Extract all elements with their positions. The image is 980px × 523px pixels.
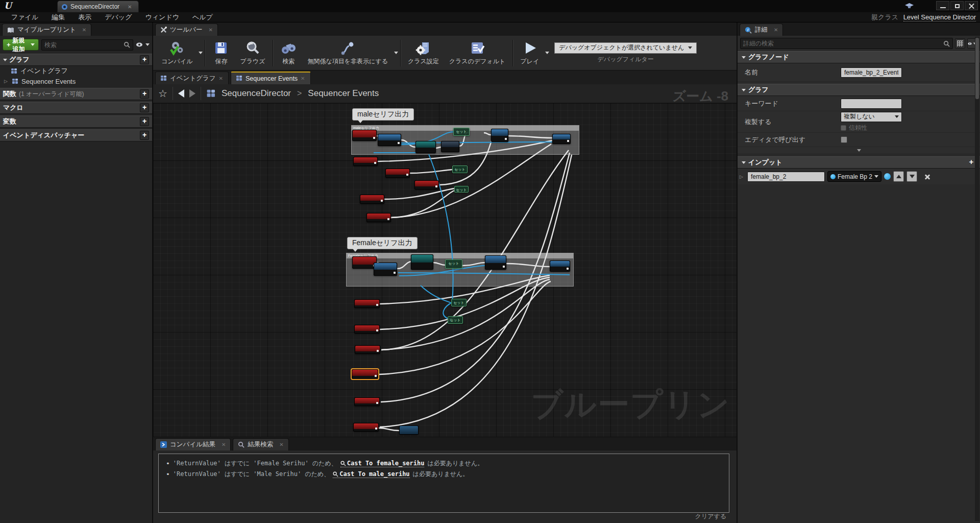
- tab-compiler-results[interactable]: コンパイル結果✕: [155, 438, 231, 450]
- restore-button[interactable]: [950, 1, 964, 10]
- details-scrollbar[interactable]: [975, 37, 979, 521]
- comment-bubble-label[interactable]: maleセリフ出力: [352, 108, 414, 121]
- toolbar-button-compile[interactable]: コンパイル: [156, 39, 198, 67]
- graph-tab-sequencer-events[interactable]: Sequencer Events✕: [231, 72, 311, 84]
- close-icon[interactable]: ✕: [301, 76, 305, 81]
- duplicate-dropdown[interactable]: 複製しない: [841, 112, 902, 122]
- add-macro-button[interactable]: +: [140, 103, 149, 112]
- toolbar-button-find[interactable]: 検索: [275, 39, 303, 67]
- parent-class-link[interactable]: Level Sequence Director: [903, 13, 976, 21]
- blueprint-search-input[interactable]: [44, 41, 124, 49]
- window-document-tab[interactable]: SequenceDirector ✕: [57, 1, 139, 12]
- graph-node-red-selected[interactable]: [352, 369, 378, 379]
- add-variable-button[interactable]: +: [140, 117, 149, 126]
- section-event-dispatchers[interactable]: イベントディスパッチャー +: [0, 129, 152, 141]
- menu-item[interactable]: 編集: [45, 12, 71, 22]
- add-new-button[interactable]: + 新規追加: [3, 39, 39, 51]
- chevron-down-icon[interactable]: [199, 52, 203, 54]
- close-icon[interactable]: ✕: [82, 27, 86, 33]
- graph-tab-event-graph[interactable]: イベントグラフ✕: [155, 72, 229, 84]
- graph-node-red[interactable]: [352, 256, 377, 269]
- graph-node-red[interactable]: [352, 130, 377, 141]
- toolbar-button-play[interactable]: プレイ: [515, 39, 544, 67]
- section-variables[interactable]: 変数 +: [0, 115, 152, 128]
- forward-arrow-icon[interactable]: [189, 89, 195, 98]
- menu-item[interactable]: デバッグ: [99, 12, 138, 22]
- graph-canvas[interactable]: Femaleセリフ出力maleセリフ出力 セットセットセットセットセットセットブ…: [153, 103, 737, 437]
- message-node-link[interactable]: Cast To male_serihu: [333, 470, 409, 478]
- toolbar-button-save[interactable]: 保存: [207, 39, 235, 67]
- graph-node-blue[interactable]: [550, 260, 570, 272]
- graph-node-set[interactable]: セット: [453, 128, 470, 136]
- graph-node-red[interactable]: [354, 299, 380, 308]
- close-icon[interactable]: ✕: [128, 4, 132, 10]
- close-icon[interactable]: ✕: [774, 27, 778, 33]
- close-icon[interactable]: ✕: [279, 442, 283, 447]
- visibility-eye-icon[interactable]: [136, 42, 143, 47]
- tab-find-results[interactable]: 結果検索✕: [233, 438, 288, 450]
- expand-arrow-icon[interactable]: ▷: [740, 174, 745, 179]
- graph-node-teal[interactable]: [415, 141, 436, 153]
- display-options-button[interactable]: [955, 38, 965, 49]
- add-function-button[interactable]: +: [140, 89, 149, 99]
- sidebar-item-event-graph[interactable]: イベントグラフ: [0, 66, 152, 76]
- keyword-field[interactable]: [841, 99, 902, 109]
- toolbar-button-browse[interactable]: ブラウズ: [235, 39, 270, 67]
- graph-node-set[interactable]: セット: [452, 165, 468, 173]
- details-search-input[interactable]: [743, 40, 943, 47]
- tab-my-blueprint[interactable]: マイブループリント ✕: [2, 23, 91, 36]
- input-type-dropdown[interactable]: Female Bp 2: [827, 171, 881, 182]
- close-icon[interactable]: ✕: [222, 442, 226, 447]
- graph-node-red[interactable]: [385, 169, 410, 178]
- add-dispatcher-button[interactable]: +: [140, 131, 149, 140]
- graph-node-set[interactable]: セット: [451, 299, 467, 306]
- graph-node-blue[interactable]: [378, 134, 401, 146]
- reliable-checkbox[interactable]: [841, 125, 846, 131]
- call-in-editor-checkbox[interactable]: [841, 136, 847, 143]
- clear-button[interactable]: クリアする: [695, 512, 726, 521]
- section-macros[interactable]: マクロ +: [0, 102, 152, 114]
- chevron-down-icon[interactable]: [545, 52, 549, 54]
- tab-details[interactable]: i 詳細 ✕: [740, 23, 783, 36]
- close-icon[interactable]: ✕: [208, 27, 212, 33]
- expand-arrow-icon[interactable]: ▷: [4, 79, 9, 84]
- graph-node-red[interactable]: [360, 195, 384, 204]
- graph-node-blue[interactable]: [374, 263, 397, 276]
- debug-object-dropdown[interactable]: デバッグオブジェクトが選択されていません: [554, 42, 697, 54]
- graph-node-blue[interactable]: [491, 129, 508, 142]
- toolbar-button-hide-unrelated[interactable]: 無関係な項目を非表示にする: [303, 39, 393, 67]
- favorite-star-icon[interactable]: ☆: [158, 87, 167, 100]
- add-graph-button[interactable]: +: [140, 55, 149, 64]
- menu-item[interactable]: ヘルプ: [186, 12, 219, 22]
- section-graph-node[interactable]: グラフノード: [738, 51, 980, 63]
- graph-node-set[interactable]: セット: [445, 259, 462, 269]
- graph-node-blue[interactable]: [485, 255, 506, 270]
- graph-node-red[interactable]: [414, 180, 439, 189]
- graph-node-red[interactable]: [353, 157, 378, 166]
- graph-node-red[interactable]: [366, 213, 391, 222]
- chevron-down-icon[interactable]: [145, 43, 150, 46]
- graph-node-darkblue[interactable]: [399, 425, 419, 435]
- sidebar-item-sequencer-events[interactable]: ▷ Sequencer Events: [0, 76, 152, 86]
- graph-node-set[interactable]: セット: [454, 186, 469, 193]
- graph-node-set[interactable]: セット: [448, 316, 463, 324]
- breadcrumb-root[interactable]: SequenceDirector: [222, 88, 291, 99]
- section-inputs[interactable]: インプット +: [738, 156, 980, 169]
- breadcrumb-current[interactable]: Sequencer Events: [308, 88, 379, 99]
- tutorial-cap-icon[interactable]: [905, 2, 914, 11]
- close-icon[interactable]: ✕: [219, 76, 223, 81]
- graph-node-dark[interactable]: [441, 141, 459, 152]
- menu-item[interactable]: ウィンドウ: [139, 12, 185, 22]
- input-name-field[interactable]: [747, 172, 825, 182]
- graph-node-blue[interactable]: [552, 134, 571, 144]
- graph-node-red[interactable]: [354, 397, 380, 406]
- toolbar-button-class-settings[interactable]: クラス設定: [403, 39, 444, 67]
- back-arrow-icon[interactable]: [178, 89, 184, 98]
- graph-node-teal[interactable]: [411, 254, 433, 270]
- minimize-button[interactable]: [936, 1, 949, 10]
- message-node-link[interactable]: Cast To female_serihu: [340, 460, 425, 467]
- close-button[interactable]: [965, 1, 978, 10]
- details-search[interactable]: [740, 38, 953, 49]
- chevron-down-icon[interactable]: [394, 52, 398, 54]
- toolbar-button-class-defaults[interactable]: クラスのデフォルト: [444, 39, 511, 67]
